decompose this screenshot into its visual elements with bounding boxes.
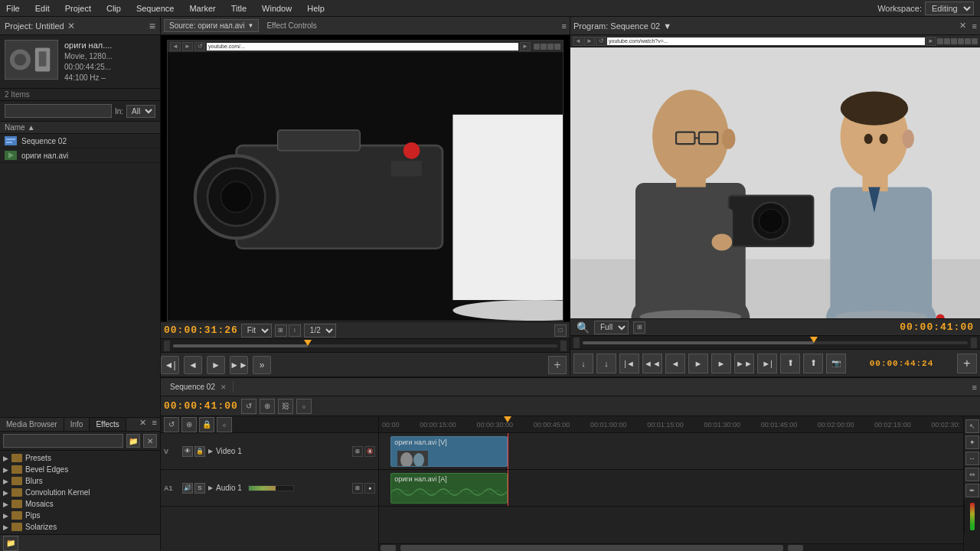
tl-marker-btn[interactable]: ⊕ — [181, 417, 197, 432]
project-panel-close[interactable]: ✕ — [67, 21, 75, 31]
audio1-mute-btn[interactable]: 🔊 — [182, 483, 193, 494]
prog-export-btn[interactable]: 📷 — [826, 354, 846, 373]
prog-browser-back[interactable]: ◄ — [573, 37, 583, 46]
program-monitor-menu[interactable]: ≡ — [972, 21, 977, 31]
in-select[interactable]: All — [126, 105, 155, 118]
prog-browser-url[interactable]: youtube.com/watch?v=... — [607, 37, 925, 45]
program-scrubber[interactable] — [570, 335, 980, 349]
menu-item-title[interactable]: Title — [228, 2, 250, 15]
source-icon-btn-2[interactable]: ↕ — [289, 324, 301, 337]
video1-expand-arrow[interactable]: ▶ — [208, 448, 213, 455]
prog-step-fwd-btn[interactable]: ► — [711, 354, 731, 373]
tool-pen[interactable]: ✒ — [965, 484, 979, 497]
menu-item-project[interactable]: Project — [62, 2, 94, 15]
browser-fwd-btn[interactable]: ► — [182, 42, 193, 51]
tool-slip[interactable]: ⇔ — [965, 468, 979, 481]
h-scroll-thumb[interactable] — [400, 545, 783, 551]
project-item-clip[interactable]: ориги нал.avi — [0, 148, 160, 163]
audio1-expand-arrow[interactable]: ▶ — [208, 484, 213, 491]
effects-folder-mosaics[interactable]: ▶ Mosaics — [0, 498, 160, 510]
program-monitor-close[interactable]: ✕ — [959, 21, 966, 31]
menu-item-clip[interactable]: Clip — [103, 2, 124, 15]
effects-panel-close[interactable]: ✕ — [136, 418, 149, 431]
effects-folder-solarizes[interactable]: ▶ Solarizes — [0, 521, 160, 533]
prog-out-point-btn[interactable]: ↓ — [596, 354, 616, 373]
prog-browser-refresh[interactable]: ↺ — [596, 37, 606, 46]
h-scroll-left-btn[interactable] — [381, 545, 396, 551]
safe-margins-icon[interactable]: 🔍 — [577, 321, 590, 334]
menu-item-sequence[interactable]: Sequence — [133, 2, 178, 15]
effects-folder-convolution[interactable]: ▶ Convolution Kernel — [0, 487, 160, 498]
tool-ripple[interactable]: ↔ — [965, 452, 979, 465]
project-item-sequence[interactable]: Sequence 02 — [0, 134, 160, 148]
source-fast-fwd-btn[interactable]: ►► — [230, 356, 248, 374]
source-fraction-select[interactable]: 1/2 — [304, 324, 336, 337]
prog-lift-btn[interactable]: ⬆ — [780, 354, 800, 373]
prog-in-point-btn[interactable]: ↓ — [573, 354, 593, 373]
source-step-back-btn[interactable]: ◄| — [161, 356, 179, 374]
scrubber-right-btn[interactable] — [560, 341, 567, 351]
tool-razor[interactable]: ✦ — [965, 435, 979, 449]
video1-mute-btn[interactable]: 🔇 — [364, 446, 375, 457]
scrubber-left-btn[interactable] — [164, 341, 170, 351]
audio1-sync-btn[interactable]: ⊞ — [352, 483, 363, 494]
effects-folder-pips[interactable]: ▶ Pips — [0, 510, 160, 521]
prog-next-edit-btn[interactable]: ►| — [757, 354, 777, 373]
tl-snap-btn[interactable]: 🔒 — [199, 417, 214, 432]
source-play-btn[interactable]: ► — [207, 356, 225, 374]
menu-item-edit[interactable]: Edit — [32, 2, 53, 15]
timeline-tab-close[interactable]: ✕ — [220, 383, 227, 391]
project-panel-menu[interactable]: ≡ — [149, 20, 155, 32]
program-fit-select[interactable]: Full — [594, 321, 629, 334]
menu-item-help[interactable]: Help — [304, 2, 328, 15]
source-step-fwd-btn[interactable]: » — [253, 356, 271, 374]
timeline-h-scrollbar[interactable] — [379, 543, 963, 551]
prog-rewind-btn[interactable]: ◄◄ — [642, 354, 662, 373]
audio1-clip[interactable]: ориги нал.avi [A] — [390, 473, 508, 504]
browser-go-btn[interactable]: ► — [520, 42, 531, 51]
effects-new-folder-btn[interactable]: 📁 — [126, 434, 140, 448]
project-list-header[interactable]: Name ▲ — [0, 122, 160, 134]
timeline-panel-menu[interactable]: ≡ — [972, 383, 977, 392]
workspace-select[interactable]: Editing — [925, 2, 974, 15]
timeline-snap-btn[interactable]: ↺ — [241, 399, 256, 414]
effects-panel-menu[interactable]: ≡ — [149, 418, 160, 431]
source-icon-btn-1[interactable]: ⊞ — [275, 324, 287, 337]
prog-extract-btn[interactable]: ⬆ — [803, 354, 823, 373]
timeline-timecode[interactable]: 00:00:41:00 — [164, 400, 238, 412]
menu-item-window[interactable]: Window — [259, 2, 295, 15]
timeline-add-marker-btn[interactable]: ⬦ — [296, 399, 312, 414]
menu-item-marker[interactable]: Marker — [186, 2, 218, 15]
effects-search-input[interactable] — [3, 434, 123, 448]
source-timecode[interactable]: 00:00:31:26 — [164, 324, 238, 336]
tab-effects[interactable]: Effects — [90, 418, 126, 431]
source-rewind-btn[interactable]: ◄ — [184, 356, 202, 374]
prog-prev-edit-btn[interactable]: |◄ — [619, 354, 639, 373]
tool-select[interactable]: ↖ — [965, 419, 979, 433]
timeline-zoom-btn[interactable]: ⊕ — [260, 399, 275, 414]
source-split-btn[interactable]: ⊞ ↕ — [275, 324, 301, 337]
effects-folder-bevel[interactable]: ▶ Bevel Edges — [0, 464, 160, 475]
effect-controls-tab[interactable]: Effect Controls — [262, 20, 321, 31]
video1-lock-btn[interactable]: 🔒 — [194, 446, 205, 457]
tl-add-btn[interactable]: ⬦ — [217, 417, 232, 432]
video1-sync-btn[interactable]: ⊞ — [352, 446, 363, 457]
source-tab[interactable]: Source: ориги нал.avi ▼ — [164, 19, 259, 32]
prog-play-btn[interactable]: ► — [688, 354, 708, 373]
project-search-input[interactable] — [5, 104, 112, 118]
source-scrubber[interactable] — [161, 338, 570, 352]
prog-step-back-btn[interactable]: ◄ — [665, 354, 685, 373]
program-zoom-btn[interactable]: ⊞ — [633, 321, 645, 334]
browser-refresh-btn[interactable]: ↺ — [194, 42, 205, 51]
h-scroll-right-btn[interactable] — [788, 545, 803, 551]
browser-back-btn[interactable]: ◄ — [170, 42, 181, 51]
timeline-link-btn[interactable]: ⛓ — [278, 399, 293, 414]
program-timecode[interactable]: 00:00:41:00 — [900, 321, 974, 333]
program-timeline-bar[interactable] — [583, 341, 968, 344]
effects-delete-btn[interactable]: ✕ — [143, 434, 157, 448]
tab-info[interactable]: Info — [64, 418, 90, 431]
effects-folder-blurs[interactable]: ▶ Blurs — [0, 475, 160, 487]
new-bin-btn[interactable]: 📁 — [3, 536, 18, 551]
prog-scrubber-right[interactable] — [971, 337, 977, 348]
menu-item-file[interactable]: File — [3, 2, 23, 15]
